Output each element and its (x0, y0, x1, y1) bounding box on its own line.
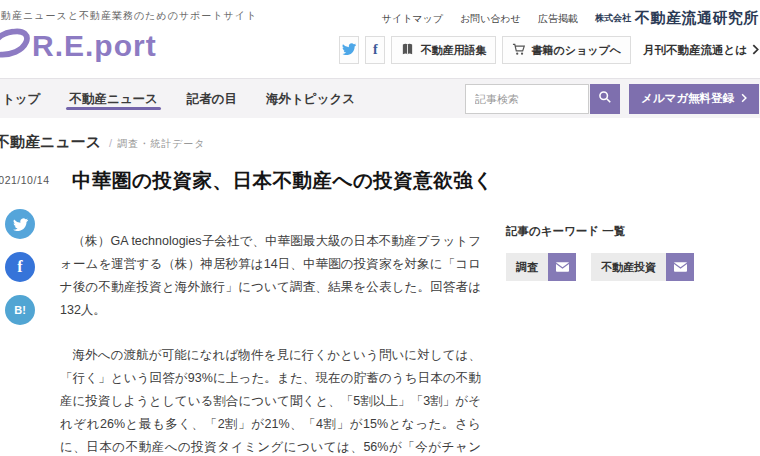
article-paragraph: （株）GA technologies子会社で、中華圏最大級の日本不動産プラットフ… (60, 230, 481, 322)
company-logo[interactable]: 株式会社 不動産流通研究所 (595, 9, 759, 28)
logo-leaf-icon (0, 26, 30, 68)
newsletter-signup-button[interactable]: メルマガ無料登録 (629, 84, 759, 114)
glossary-button[interactable]: 不動産用語集 (391, 36, 496, 64)
breadcrumb-section[interactable]: 不動産ニュース (0, 133, 101, 152)
twitter-share-icon[interactable] (5, 209, 35, 239)
utility-link-advertise[interactable]: 広告掲載 (538, 12, 578, 26)
keywords-sidebar: 記事のキーワード 一覧 調査 不動産投資 (506, 209, 694, 281)
utility-link-contact[interactable]: お問い合わせ (460, 12, 521, 26)
facebook-share-icon[interactable]: f (5, 252, 35, 282)
shop-button[interactable]: 書籍のショップへ (502, 36, 631, 64)
tab-fudosan-news[interactable]: 不動産ニュース (69, 79, 157, 118)
keyword-tag-chousa[interactable]: 調査 (506, 253, 576, 281)
monthly-magazine-link[interactable]: 月刊不動産流通とは (643, 43, 759, 58)
keyword-tag-label[interactable]: 調査 (506, 253, 548, 281)
facebook-button[interactable]: f (365, 36, 385, 64)
nav-tabs: トップ 不動産ニュース 記者の目 海外トピックス (0, 79, 355, 118)
breadcrumb: 不動産ニュース / 調査・統計データ (0, 133, 760, 152)
header-buttons: f 不動産用語集 書籍のショップへ 月刊不動産流通とは (339, 36, 759, 64)
search-input[interactable] (465, 84, 589, 114)
tab-top[interactable]: トップ (2, 79, 40, 118)
site-logo[interactable]: R.E.port (0, 24, 257, 68)
book-icon (401, 43, 414, 58)
site-header: 不動産ニュースと不動産業務のためのサポートサイト R.E.port サイトマップ… (0, 0, 760, 78)
article-title: 中華圏の投資家、日本不動産への投資意欲強く (72, 167, 494, 194)
logo-text: R.E.port (32, 29, 157, 63)
article-paragraph: 海外への渡航が可能になれば物件を見に行くかという問いに対しては、「行く」という回… (60, 344, 481, 456)
tab-kisha-no-me[interactable]: 記者の目 (187, 79, 237, 118)
keyword-tag-label[interactable]: 不動産投資 (591, 253, 666, 281)
article-header: 2021/10/14 中華圏の投資家、日本不動産への投資意欲強く (0, 167, 760, 194)
main-nav: トップ 不動産ニュース 記者の目 海外トピックス メルマガ無料登録 (0, 78, 760, 118)
twitter-button[interactable] (339, 36, 359, 64)
shop-label: 書籍のショップへ (531, 43, 621, 58)
mail-icon[interactable] (548, 253, 576, 281)
chevron-right-icon (741, 93, 747, 105)
breadcrumb-separator: / (109, 137, 112, 149)
header-branding: 不動産ニュースと不動産業務のためのサポートサイト R.E.port (0, 0, 257, 78)
chevron-right-icon (752, 44, 759, 57)
monthly-label: 月刊不動産流通とは (643, 43, 747, 58)
breadcrumb-category[interactable]: 調査・統計データ (117, 137, 205, 151)
company-name: 不動産流通研究所 (635, 9, 759, 28)
header-right: サイトマップ お問い合わせ 広告掲載 株式会社 不動産流通研究所 f (339, 0, 760, 78)
page: 不動産ニュースと不動産業務のためのサポートサイト R.E.port サイトマップ… (0, 0, 760, 456)
keywords-heading: 記事のキーワード 一覧 (506, 224, 694, 239)
utility-link-sitemap[interactable]: サイトマップ (382, 12, 443, 26)
site-tagline: 不動産ニュースと不動産業務のためのサポートサイト (0, 9, 257, 23)
glossary-label: 不動産用語集 (420, 43, 486, 58)
utility-links: サイトマップ お問い合わせ 広告掲載 株式会社 不動産流通研究所 (382, 9, 759, 28)
keyword-tags: 調査 不動産投資 (506, 253, 694, 281)
company-prefix: 株式会社 (595, 12, 631, 25)
article-body: （株）GA technologies子会社で、中華圏最大級の日本不動産プラットフ… (60, 209, 481, 456)
newsletter-label: メルマガ無料登録 (641, 91, 734, 106)
twitter-icon (342, 43, 356, 57)
nav-right: メルマガ無料登録 (465, 79, 760, 118)
tab-kaigai-topics[interactable]: 海外トピックス (266, 79, 355, 118)
keyword-tag-fudosan-toushi[interactable]: 不動産投資 (591, 253, 694, 281)
facebook-icon: f (373, 42, 378, 58)
search-icon (598, 90, 612, 107)
article-layout: f B! （株）GA technologies子会社で、中華圏最大級の日本不動産… (0, 209, 760, 456)
search-button[interactable] (590, 84, 620, 114)
share-column: f B! (5, 209, 35, 325)
article-date: 2021/10/14 (0, 167, 60, 194)
main-content: 不動産ニュース / 調査・統計データ 2021/10/14 中華圏の投資家、日本… (0, 118, 760, 456)
cart-icon (512, 43, 525, 58)
mail-icon[interactable] (666, 253, 694, 281)
hatena-share-icon[interactable]: B! (5, 295, 35, 325)
